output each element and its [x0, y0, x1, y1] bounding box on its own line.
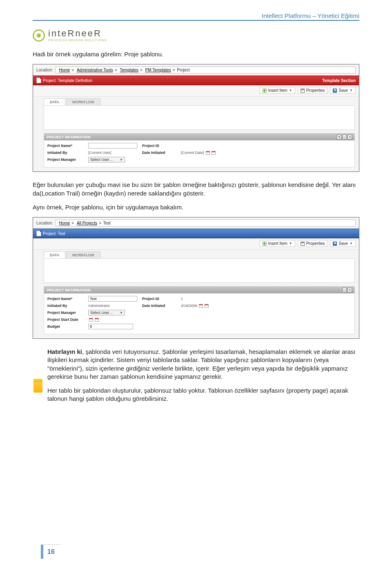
doc-icon — [36, 78, 41, 83]
save-icon — [333, 89, 337, 93]
date-initiated-label: Date Initiated — [142, 304, 181, 308]
toolbar: Insert Item▼ Properties Save▼ — [33, 238, 359, 250]
calendar-clear-icon[interactable] — [95, 318, 99, 322]
logo-tagline: PROCESS DRIVEN SOLUTIONS — [48, 39, 107, 42]
properties-button[interactable]: Properties — [298, 87, 328, 94]
project-id-label: Project ID — [142, 297, 181, 301]
tabs: DATA WORKFLOW — [33, 251, 359, 258]
properties-icon — [301, 242, 305, 246]
properties-button[interactable]: Properties — [298, 240, 328, 247]
template-section-label: Template Section — [322, 78, 356, 83]
calendar-icon[interactable] — [206, 151, 210, 155]
project-id-label: Project ID — [142, 144, 181, 148]
location-trail[interactable]: Home> Administrative Tools> Templates> P… — [56, 67, 356, 73]
project-manager-label: Project Manager — [47, 311, 88, 315]
screenshot-project-instance: Location: Home> All Projects> Test Proje… — [33, 217, 359, 339]
caret-down-icon: ▼ — [120, 311, 123, 315]
page-number: 16 — [41, 544, 60, 559]
tab-workflow[interactable]: WORKFLOW — [66, 98, 100, 105]
initiated-by-value: [Current User] — [88, 151, 111, 155]
calendar-icon[interactable] — [89, 318, 93, 322]
crumb-home[interactable]: Home — [59, 221, 70, 225]
project-name-label: Project Name* — [47, 297, 88, 301]
paragraph-3: Aynı örnek, Proje şablonu, için bir uygu… — [33, 203, 359, 211]
section-tool-close-icon[interactable]: ✕ — [347, 288, 352, 292]
crumb-pm-templates[interactable]: PM Templates — [145, 68, 171, 72]
location-label: Location: — [36, 68, 53, 72]
crumb-home[interactable]: Home — [59, 68, 70, 72]
budget-label: Budget — [47, 324, 88, 329]
doc-icon — [36, 231, 41, 236]
bar-title-text: Project: Test — [43, 231, 65, 236]
note-paragraph-1: Hatırlayın ki, şablonda veri tutuyorsunu… — [47, 348, 359, 381]
toolbar: Insert Item▼ Properties Save▼ — [33, 85, 359, 97]
section-title: PROJECT INFORMATION — [47, 135, 91, 139]
caret-down-icon: ▼ — [120, 158, 123, 162]
section-tool-maximize-icon[interactable]: ▭ — [342, 135, 347, 139]
save-button[interactable]: Save▼ — [330, 240, 356, 247]
logo-name: inteRneeR — [48, 29, 107, 38]
title-bar: Project: Test — [33, 229, 359, 238]
project-name-input[interactable] — [88, 143, 137, 149]
tab-panel — [44, 258, 355, 283]
section-tool-edit-icon[interactable]: ✎ — [337, 135, 341, 139]
caret-down-icon: ▼ — [350, 242, 353, 245]
calendar-clear-icon[interactable] — [205, 304, 209, 308]
budget-input[interactable]: $ — [88, 324, 133, 329]
project-start-date-label: Project Start Date — [47, 318, 88, 322]
initiated-by-label: Initiated By — [47, 151, 88, 155]
insert-item-button[interactable]: Insert Item▼ — [260, 240, 295, 247]
location-label: Location: — [36, 221, 53, 225]
logo-mark-icon — [33, 29, 45, 42]
crumb-templates[interactable]: Templates — [120, 68, 138, 72]
crumb-current: Test — [103, 221, 110, 225]
caret-down-icon: ▼ — [350, 89, 353, 92]
tab-data[interactable]: DATA — [44, 98, 65, 105]
project-manager-select[interactable]: Select User…▼ — [88, 157, 125, 162]
project-name-input[interactable] — [88, 296, 137, 302]
section-title: PROJECT INFORMATION — [47, 288, 91, 292]
note-paragraph-2: Her tablo bir şablondan oluşturulur, şab… — [47, 387, 359, 403]
caret-down-icon: ▼ — [289, 89, 292, 92]
paragraph-2: Eğer bulunulan yer çubuğu mavi ise bu si… — [33, 181, 359, 198]
location-trail[interactable]: Home> All Projects> Test — [56, 220, 356, 227]
tabs: DATA WORKFLOW — [33, 98, 359, 105]
paragraph-1: Hadi bir örnek uygulama görelim: Proje ş… — [33, 50, 359, 58]
crumb-current: Project — [177, 68, 189, 72]
calendar-clear-icon[interactable] — [212, 151, 216, 155]
project-manager-select[interactable]: Select User…▼ — [88, 310, 125, 315]
insert-item-button[interactable]: Insert Item▼ — [260, 87, 295, 94]
save-button[interactable]: Save▼ — [330, 87, 356, 94]
crumb-admin-tools[interactable]: Administrative Tools — [77, 68, 113, 72]
project-id-value: 1 — [181, 297, 222, 301]
crumb-all-projects[interactable]: All Projects — [77, 221, 97, 225]
warning-exclaim-icon — [33, 377, 43, 393]
section-tool-close-icon[interactable]: ✕ — [347, 135, 352, 139]
logo: inteRneeR PROCESS DRIVEN SOLUTIONS — [33, 27, 359, 42]
section-tool-maximize-icon[interactable]: ▭ — [342, 288, 347, 292]
tab-data[interactable]: DATA — [44, 251, 65, 258]
calendar-icon[interactable] — [199, 304, 203, 308]
doc-header: Intellect Platformu – Yönetici Eğitimi — [33, 12, 359, 21]
save-icon — [333, 242, 337, 246]
tab-panel — [44, 105, 355, 130]
project-name-label: Project Name* — [47, 144, 88, 148]
project-manager-label: Project Manager — [47, 158, 88, 162]
bar-title-text: Project: Template Definition — [43, 78, 93, 83]
doc-header-title: Intellect Platformu – Yönetici Eğitimi — [262, 12, 359, 19]
date-initiated-value: [Current Date] — [181, 151, 204, 155]
plus-icon — [263, 242, 267, 246]
properties-icon — [301, 89, 305, 93]
title-bar: Project: Template Definition Template Se… — [33, 76, 359, 85]
tab-workflow[interactable]: WORKFLOW — [66, 251, 100, 258]
initiated-by-label: Initiated By — [47, 304, 88, 308]
caret-down-icon: ▼ — [289, 242, 292, 245]
date-initiated-value: 4/16/2009 — [181, 304, 197, 308]
screenshot-template-definition: Location: Home> Administrative Tools> Te… — [33, 64, 359, 172]
initiated-by-value: Administrator — [88, 304, 110, 308]
plus-icon — [263, 89, 267, 93]
date-initiated-label: Date Initiated — [142, 151, 181, 155]
